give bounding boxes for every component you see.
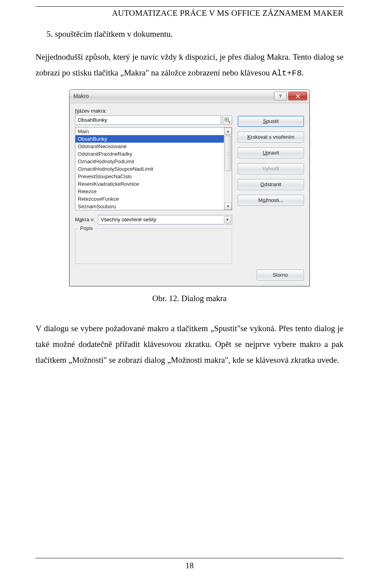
step-into-button[interactable]: Krokovat s vnořením bbox=[238, 132, 304, 143]
scroll-thumb[interactable] bbox=[225, 136, 231, 171]
description-fieldset: Popis bbox=[75, 228, 232, 264]
scroll-down-icon[interactable]: ▼ bbox=[224, 203, 232, 210]
figure-caption: Obr. 12. Dialog makra bbox=[36, 294, 343, 303]
para1-text-b: . bbox=[302, 68, 304, 77]
macros-in-label: Makra v: bbox=[75, 217, 95, 222]
list-item[interactable]: ReseniKvadratickeRovnice bbox=[75, 180, 224, 188]
footer-rule bbox=[36, 558, 343, 558]
running-header: AUTOMATIZACE PRÁCE V MS OFFICE ZÁZNAMEM … bbox=[36, 8, 343, 18]
list-item[interactable]: ObsahBunky bbox=[75, 135, 224, 143]
macros-in-value: Všechny otevřené sešity bbox=[101, 217, 156, 222]
paragraph-1: Nejjednodušší způsob, který je navíc vžd… bbox=[36, 49, 343, 81]
close-icon bbox=[296, 94, 300, 98]
page-footer: 18 bbox=[36, 558, 343, 571]
figure-container: Makro ? Název makra: bbox=[36, 89, 343, 286]
macro-name-label: Název makra: bbox=[75, 108, 232, 114]
list-item[interactable]: Retezce bbox=[75, 188, 224, 195]
macros-in-dropdown[interactable]: Všechny otevřené sešity ▼ bbox=[98, 215, 232, 224]
titlebar: Makro ? bbox=[69, 90, 310, 103]
scrollbar[interactable]: ▲ ▼ bbox=[224, 128, 232, 210]
numbered-list-item: 5. spouštěcím tlačítkem v dokumentu. bbox=[36, 29, 343, 39]
goto-button[interactable] bbox=[223, 115, 232, 125]
grid-arrow-icon bbox=[225, 117, 230, 123]
cancel-button[interactable]: Storno bbox=[257, 270, 304, 281]
list-item[interactable]: OdstranitPrazdneRadky bbox=[75, 150, 224, 158]
header-rule bbox=[36, 6, 343, 7]
description-label: Popis bbox=[79, 225, 95, 231]
list-item[interactable]: OdstranitNecislovane bbox=[75, 143, 224, 150]
options-button[interactable]: Možnosti... bbox=[238, 195, 304, 206]
list-item[interactable]: SeznamSouboru bbox=[75, 203, 224, 210]
scroll-up-icon[interactable]: ▲ bbox=[224, 128, 232, 135]
macro-dialog: Makro ? Název makra: bbox=[69, 89, 310, 286]
edit-button[interactable]: Upravit bbox=[238, 147, 304, 158]
macro-name-input[interactable] bbox=[75, 115, 221, 125]
chevron-down-icon: ▼ bbox=[224, 216, 231, 223]
list-item[interactable]: PrevestSloupecNaCislo bbox=[75, 173, 224, 180]
help-button[interactable]: ? bbox=[274, 92, 287, 100]
run-button[interactable]: Spustit bbox=[238, 116, 304, 127]
scroll-track[interactable] bbox=[224, 135, 232, 203]
paragraph-2: V dialogu se vybere požadované makro a t… bbox=[36, 321, 343, 368]
dialog-title: Makro bbox=[73, 93, 272, 99]
close-button[interactable] bbox=[288, 92, 307, 100]
list-item[interactable]: RetezcoveFunkce bbox=[75, 195, 224, 203]
code-shortcut: Alt+F8 bbox=[272, 69, 302, 78]
page-number: 18 bbox=[36, 561, 343, 571]
list-item[interactable]: Main bbox=[75, 128, 224, 135]
list-item[interactable]: OznacitHodnotyPodLimit bbox=[75, 158, 224, 165]
macro-listbox[interactable]: MainObsahBunkyOdstranitNecislovaneOdstra… bbox=[75, 127, 232, 210]
list-item[interactable]: OznacitHodnotySloupceNadLimit bbox=[75, 165, 224, 173]
create-button[interactable]: Vytvořit bbox=[238, 163, 304, 174]
delete-button[interactable]: Odstranit bbox=[238, 179, 304, 190]
